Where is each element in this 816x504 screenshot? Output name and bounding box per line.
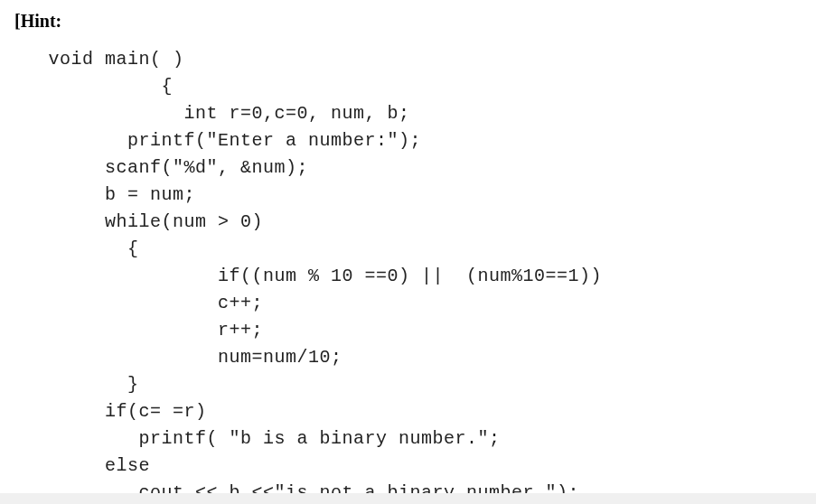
code-line: num=num/10; — [14, 347, 342, 368]
code-line: b = num; — [14, 184, 195, 205]
code-line: r++; — [14, 320, 263, 341]
code-line: } — [14, 374, 139, 395]
hint-heading: [Hint: — [14, 11, 802, 32]
code-snippet: void main( ) { int r=0,c=0, num, b; prin… — [14, 46, 802, 504]
code-line: if(c= =r) — [14, 401, 207, 422]
footer-bar — [0, 493, 816, 504]
code-line: if((num % 10 ==0) || (num%10==1)) — [14, 266, 602, 286]
code-line: printf("Enter a number:"); — [14, 130, 421, 151]
code-line: { — [14, 76, 173, 97]
code-line: int r=0,c=0, num, b; — [14, 103, 410, 124]
code-line: else — [14, 455, 150, 476]
code-line: void main( ) — [14, 49, 184, 70]
code-line: c++; — [14, 293, 263, 313]
code-line: { — [14, 238, 139, 259]
code-line: while(num > 0) — [14, 211, 263, 232]
code-line: scanf("%d", &num); — [14, 157, 308, 178]
code-line: printf( "b is a binary number."; — [14, 428, 501, 449]
